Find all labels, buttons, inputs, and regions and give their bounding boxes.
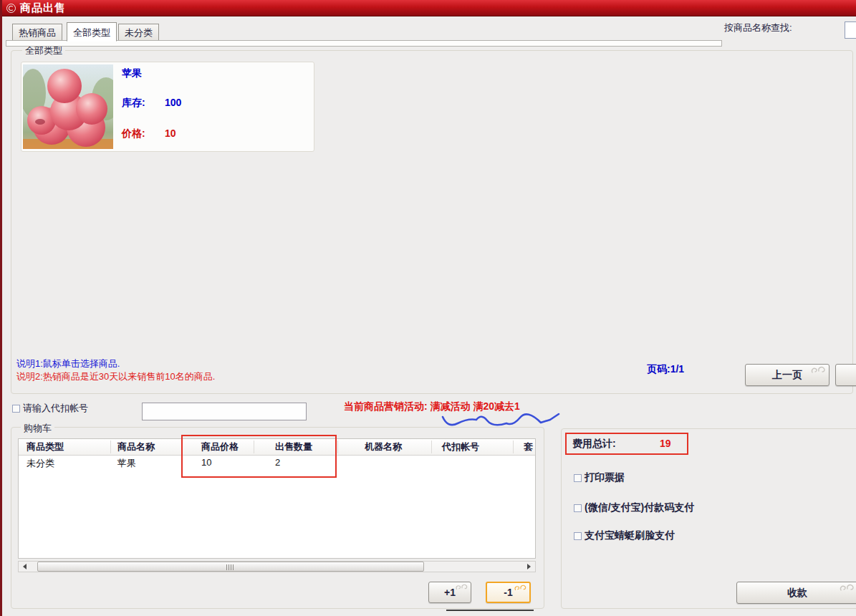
tab-hot-products[interactable]: 热销商品 (12, 24, 62, 41)
deduct-account-label: 请输入代扣帐号 (23, 402, 88, 415)
deduct-account-checkbox[interactable] (12, 405, 20, 413)
col-sale-qty[interactable]: 出售数量 (275, 441, 312, 453)
print-receipt-row[interactable]: 打印票据 (574, 471, 625, 484)
stock-value: 100 (165, 97, 181, 108)
product-card-apple[interactable]: 苹果 库存: 100 价格: 10 (21, 62, 314, 152)
scrollbar-grip (226, 564, 235, 570)
focus-underline (446, 610, 534, 611)
face-pay-label: 支付宝蜻蜓刷脸支付 (585, 529, 675, 542)
prev-page-label: 上一页 (772, 369, 802, 380)
col-separator (110, 441, 111, 453)
col-machine-name[interactable]: 机器名称 (365, 441, 402, 453)
cart-horizontal-scrollbar[interactable] (18, 561, 536, 572)
deduct-account-checkbox-row[interactable]: 请输入代扣帐号 (12, 402, 88, 415)
title-bar: 商品出售 (2, 0, 856, 16)
col-separator (182, 441, 183, 453)
qr-pay-checkbox[interactable] (574, 504, 582, 512)
plus-one-label: +1 (444, 587, 456, 598)
col-product-price[interactable]: 商品价格 (201, 441, 239, 453)
tab-uncategorized[interactable]: 未分类 (118, 24, 159, 41)
prev-page-button[interactable]: 上一页 (745, 364, 829, 386)
col-separator (254, 441, 254, 453)
scroll-right-arrow-icon[interactable] (524, 562, 535, 572)
search-by-name-label: 按商品名称查找: (724, 21, 792, 34)
app-logo-icon (6, 4, 16, 13)
scrollbar-thumb[interactable] (37, 562, 424, 572)
print-receipt-label: 打印票据 (585, 471, 625, 484)
col-package[interactable]: 套 (524, 441, 533, 453)
col-separator (513, 441, 514, 453)
button-swirl-icon (455, 583, 469, 592)
next-page-button[interactable] (835, 364, 856, 386)
print-receipt-checkbox[interactable] (574, 474, 582, 482)
instruction-note-1: 说明1:鼠标单击选择商品. (16, 357, 120, 370)
cell-name[interactable]: 苹果 (117, 457, 136, 470)
deduct-account-input[interactable] (142, 403, 307, 420)
price-value: 10 (165, 127, 176, 139)
total-cost-value: 19 (660, 438, 671, 449)
total-cost-label: 费用总计: (572, 438, 616, 451)
col-separator (431, 441, 432, 453)
minus-one-label: -1 (504, 587, 512, 598)
face-pay-row[interactable]: 支付宝蜻蜓刷脸支付 (574, 529, 675, 542)
col-separator (337, 441, 338, 453)
product-name: 苹果 (122, 67, 142, 80)
instruction-note-2: 说明2:热销商品是近30天以来销售前10名的商品. (16, 370, 215, 383)
qr-pay-row[interactable]: (微信/支付宝)付款码支付 (574, 501, 694, 514)
col-deduct-acct[interactable]: 代扣帐号 (442, 441, 479, 453)
button-swirl-icon (514, 584, 528, 592)
cart-table-header[interactable]: 商品类型 商品名称 商品价格 出售数量 机器名称 代扣帐号 套 (19, 439, 535, 456)
cart-table[interactable]: 商品类型 商品名称 商品价格 出售数量 机器名称 代扣帐号 套 未分类 苹果 1… (18, 438, 536, 559)
cart-groupbox-label: 购物车 (21, 422, 54, 435)
window-title: 商品出售 (20, 1, 66, 15)
increase-qty-button[interactable]: +1 (428, 582, 471, 603)
apple-product-image (23, 64, 113, 149)
cell-price[interactable]: 10 (201, 457, 211, 468)
stock-label: 库存: (122, 97, 145, 110)
decrease-qty-button[interactable]: -1 (486, 582, 531, 603)
scroll-left-arrow-icon[interactable] (19, 562, 30, 572)
price-label: 价格: (122, 127, 145, 140)
tab-all-types[interactable]: 全部类型 (67, 22, 117, 42)
button-swirl-icon (810, 365, 827, 375)
button-swirl-icon (839, 583, 856, 593)
product-sale-window: 商品出售 热销商品 全部类型 未分类 按商品名称查找: 全部类型 (0, 0, 856, 616)
page-number: 页码:1/1 (647, 363, 684, 376)
col-product-type[interactable]: 商品类型 (27, 441, 64, 453)
checkout-label: 收款 (787, 587, 807, 598)
face-pay-checkbox[interactable] (574, 532, 582, 540)
search-input[interactable] (845, 21, 856, 39)
qr-pay-label: (微信/支付宝)付款码支付 (585, 501, 694, 514)
cell-type[interactable]: 未分类 (27, 457, 54, 470)
col-product-name[interactable]: 商品名称 (117, 441, 155, 453)
cell-qty[interactable]: 2 (275, 457, 280, 468)
checkout-button[interactable]: 收款 (736, 582, 856, 604)
